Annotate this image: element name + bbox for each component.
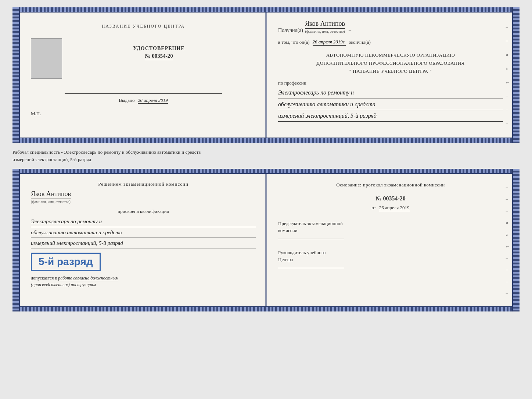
resheniem-label: Решением экзаменационной комиссии bbox=[31, 181, 256, 187]
okonchil-label: окончил(а) bbox=[349, 39, 371, 45]
vydano-date: 26 апреля 2019 bbox=[138, 97, 168, 104]
fio-block-top: Яков Антипов (фамилия, имя, отчество) bbox=[305, 20, 345, 33]
top-book-left-page: НАЗВАНИЕ УЧЕБНОГО ЦЕНТРА УДОСТОВЕРЕНИЕ №… bbox=[20, 13, 267, 138]
fio-block-bottom: Яков Антипов (фамилия, имя, отчество) bbox=[31, 190, 256, 204]
bottom-book-wrapper: Решением экзаменационной комиссии Яков А… bbox=[12, 169, 520, 311]
pred-section: Председатель экзаменационной комиссии bbox=[278, 220, 503, 243]
kvalif-line1: Электрослесарь по ремонту и bbox=[31, 216, 256, 227]
bottom-right-side bbox=[512, 169, 520, 311]
top-decoration bbox=[20, 7, 512, 13]
vtom-label: в том, что он(а) bbox=[278, 39, 310, 45]
vydano-label: Выдано bbox=[119, 97, 134, 103]
profession-line1: Электрослесарь по ремонту и bbox=[278, 87, 503, 99]
org-line2: ДОПОЛНИТЕЛЬНОГО ПРОФЕССИОНАЛЬНОГО ОБРАЗО… bbox=[278, 59, 503, 67]
bottom-book-inner: Решением экзаменационной комиссии Яков А… bbox=[20, 174, 512, 306]
left-side-decoration bbox=[12, 7, 20, 143]
osnov-label: Основание: протокол экзаменационной коми… bbox=[278, 181, 503, 189]
kvalif-line3: измерений электростанций, 5-й разряд bbox=[31, 238, 256, 249]
photo-placeholder bbox=[31, 38, 62, 79]
udost-title: УДОСТОВЕРЕНИЕ bbox=[133, 46, 184, 51]
org-block: АВТОНОМНУЮ НЕКОММЕРЧЕСКУЮ ОРГАНИЗАЦИЮ ДО… bbox=[278, 51, 503, 75]
bottom-right-page: – – – и а ‹– – – – – Основание: протокол… bbox=[267, 174, 512, 306]
pred-label2: комиссии bbox=[278, 227, 503, 234]
prisvoena-label: присвоена квалификация bbox=[31, 209, 256, 214]
middle-label: Рабочая специальность - Электрослесарь п… bbox=[12, 147, 520, 164]
ot-label: от bbox=[371, 205, 376, 210]
top-book-right-page: – – и а ‹– – – – Получил(а) Яков Антипов… bbox=[267, 13, 512, 138]
vtom-row: в том, что он(а) 26 апреля 2019г. окончи… bbox=[278, 39, 503, 46]
fio-hint-top: (фамилия, имя, отчество) bbox=[305, 29, 345, 33]
protocol-number: № 00354-20 bbox=[278, 195, 503, 202]
ruk-sig-line bbox=[278, 268, 344, 268]
udost-number: № 00354-20 bbox=[145, 53, 173, 60]
ruk-section: Руководитель учебного Центра bbox=[278, 249, 503, 272]
sig-line-left bbox=[65, 93, 222, 94]
top-title: НАЗВАНИЕ УЧЕБНОГО ЦЕНТРА bbox=[102, 24, 185, 29]
fio-handwritten-top: Яков Антипов bbox=[305, 20, 345, 29]
kvalif-text: Электрослесарь по ремонту и обслуживанию… bbox=[31, 216, 256, 249]
fio-hint-bottom: (фамилия, имя, отчество) bbox=[31, 200, 71, 204]
org-line1: АВТОНОМНУЮ НЕКОММЕРЧЕСКУЮ ОРГАНИЗАЦИЮ bbox=[278, 51, 503, 59]
razryad-text: 5-й разряд bbox=[39, 256, 93, 267]
bottom-book-spine bbox=[266, 174, 267, 306]
kvalif-line2: обслуживанию автоматики и средств bbox=[31, 227, 256, 238]
ot-date-row: от 26 апреля 2019 bbox=[278, 205, 503, 211]
profession-line3: измерений электростанций, 5-й разряд bbox=[278, 110, 503, 122]
mp-label: М.П. bbox=[31, 111, 41, 117]
ruk-label1: Руководитель учебного bbox=[278, 249, 503, 256]
bottom-bottom-deco bbox=[20, 306, 512, 311]
dopusk-text1: работе согласно должностным bbox=[58, 275, 118, 281]
bottom-left-side bbox=[12, 169, 20, 311]
ruk-label2: Центра bbox=[278, 256, 503, 263]
dopusk-label: допускается к bbox=[31, 275, 57, 281]
right-edge-dashes: – – и а ‹– – – – bbox=[506, 20, 509, 130]
poluchil-label: Получил(а) bbox=[278, 28, 303, 33]
ot-date: 26 апреля 2019 bbox=[379, 205, 410, 211]
poluchil-row: Получил(а) Яков Антипов (фамилия, имя, о… bbox=[278, 20, 503, 33]
bottom-right-edge-dashes: – – – и а ‹– – – – – bbox=[506, 181, 509, 299]
dopuskaetsya-block: допускается к работе согласно должностны… bbox=[31, 275, 256, 288]
bottom-decoration bbox=[20, 138, 512, 143]
bottom-left-page: Решением экзаменационной комиссии Яков А… bbox=[20, 174, 267, 306]
photo-and-udost: УДОСТОВЕРЕНИЕ № 00354-20 bbox=[31, 38, 256, 79]
vtom-date: 26 апреля 2019г. bbox=[313, 39, 346, 46]
book-spine bbox=[266, 13, 267, 138]
dopusk-text2: (производственным) инструкциям bbox=[31, 282, 96, 287]
pred-sig-line bbox=[278, 239, 344, 239]
fio-handwritten-bottom: Яков Антипов bbox=[31, 190, 71, 199]
profession-text: Электрослесарь по ремонту и обслуживанию… bbox=[278, 87, 503, 122]
pred-label1: Председатель экзаменационной bbox=[278, 220, 503, 227]
razryad-badge-wrapper: 5-й разряд bbox=[31, 253, 256, 271]
poprofessii-label: по профессии bbox=[278, 80, 503, 86]
razryad-badge: 5-й разряд bbox=[31, 253, 101, 271]
vydano-line: Выдано 26 апреля 2019 bbox=[119, 97, 168, 103]
top-book-wrapper: НАЗВАНИЕ УЧЕБНОГО ЦЕНТРА УДОСТОВЕРЕНИЕ №… bbox=[12, 7, 520, 143]
right-side-decoration bbox=[512, 7, 520, 143]
profession-line2: обслуживанию автоматики и средств bbox=[278, 99, 503, 110]
bottom-top-deco bbox=[20, 169, 512, 174]
udost-section: УДОСТОВЕРЕНИЕ № 00354-20 bbox=[62, 38, 256, 60]
org-quote: " НАЗВАНИЕ УЧЕБНОГО ЦЕНТРА " bbox=[278, 67, 503, 75]
